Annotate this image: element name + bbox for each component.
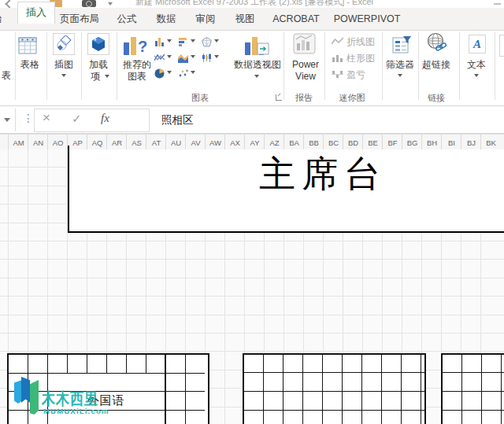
- column-header-AR[interactable]: AR: [107, 135, 127, 150]
- recommended-charts-icon[interactable]: ?: [123, 35, 150, 56]
- formula-bar: ⋮ × ✓ fx 照相区: [0, 107, 504, 134]
- addin-cube-icon: [90, 35, 107, 53]
- minimize-icon[interactable]: [494, 3, 501, 5]
- quick-access-badge-icon[interactable]: [82, 0, 96, 7]
- sparkline-column-label[interactable]: 柱形图: [346, 53, 378, 64]
- hyperlink-label[interactable]: 超链接: [419, 60, 454, 70]
- insert-function-icon[interactable]: fx: [101, 112, 109, 125]
- tab-acrobat[interactable]: ACROBAT: [268, 8, 324, 30]
- chevron-down-icon[interactable]: [61, 74, 66, 77]
- tab-view[interactable]: 视图: [226, 8, 264, 30]
- column-header-AN[interactable]: AN: [28, 135, 48, 150]
- insert-scatter-chart-button[interactable]: [178, 68, 188, 82]
- power-view-icon[interactable]: [293, 33, 317, 55]
- column-header-BH[interactable]: BH: [422, 135, 442, 150]
- column-header-BD[interactable]: BD: [343, 135, 363, 150]
- tab-insert-active[interactable]: 插入: [17, 2, 55, 24]
- column-header-BA[interactable]: BA: [284, 135, 304, 150]
- power-view-label-line1[interactable]: Power: [291, 60, 320, 70]
- power-view-label-line2[interactable]: View: [291, 72, 320, 82]
- chevron-down-icon: [191, 55, 195, 58]
- table-button[interactable]: 表格: [13, 60, 47, 70]
- pivot-table-button-partial[interactable]: 表: [0, 71, 13, 81]
- table-row: [9, 355, 205, 373]
- recommended-charts-label-line1[interactable]: 推荐的: [120, 60, 154, 70]
- insert-stock-chart-button[interactable]: [202, 52, 212, 66]
- tab-review[interactable]: 审阅: [187, 8, 224, 30]
- worksheet-grid[interactable]: 主席台 外国语 木木西里 MUMUXiLi.com: [0, 149, 504, 424]
- seating-table-middle[interactable]: [243, 353, 426, 424]
- chevron-down-icon[interactable]: [105, 75, 109, 78]
- formula-input[interactable]: 照相区: [161, 113, 194, 127]
- addins-button[interactable]: [87, 33, 109, 55]
- back-arrow-icon[interactable]: [5, 0, 13, 8]
- sparkline-winloss-icon[interactable]: [332, 70, 343, 79]
- insert-bar-chart-button[interactable]: [178, 36, 188, 50]
- stock-chart-icon: [202, 53, 212, 63]
- column-header-AM[interactable]: AM: [9, 135, 28, 150]
- logo-ribbon-icon: [30, 380, 39, 415]
- excel-window: 新建 Microsoft Excel 97-2003 工作表 (2).xls […: [0, 0, 504, 424]
- divider: [15, 109, 16, 131]
- sparkline-column-icon[interactable]: [332, 53, 343, 62]
- table-icon[interactable]: [17, 35, 38, 56]
- insert-column-chart-button[interactable]: [154, 36, 165, 50]
- illustrations-button[interactable]: [53, 33, 75, 55]
- group-divider: [324, 32, 325, 100]
- slicer-icon[interactable]: [391, 35, 412, 55]
- quick-access-dropdown-icon[interactable]: [108, 2, 113, 6]
- column-header-AQ[interactable]: AQ: [87, 135, 107, 150]
- insert-pie-chart-button[interactable]: [154, 68, 165, 82]
- tab-powerpivot[interactable]: POWERPIVOT: [327, 8, 407, 30]
- sparkline-line-icon[interactable]: [332, 37, 343, 46]
- chevron-down-icon: [167, 71, 172, 74]
- seating-table-right[interactable]: [441, 353, 504, 424]
- text-button[interactable]: A: [469, 35, 486, 53]
- pivotchart-label[interactable]: 数据透视图: [230, 60, 285, 70]
- chevron-down-icon[interactable]: [254, 75, 259, 78]
- column-header-AT[interactable]: AT: [146, 135, 166, 150]
- chevron-down-icon: [167, 39, 172, 42]
- column-header-AV[interactable]: AV: [186, 135, 206, 150]
- column-header-AW[interactable]: AW: [206, 135, 225, 150]
- column-header-BC[interactable]: BC: [324, 135, 343, 150]
- insert-radar-chart-button[interactable]: [202, 36, 212, 50]
- column-header-BK[interactable]: BK: [481, 135, 501, 150]
- column-header-AY[interactable]: AY: [245, 135, 265, 150]
- column-header-BF[interactable]: BF: [383, 135, 402, 150]
- column-header-BE[interactable]: BE: [363, 135, 383, 150]
- slicer-label[interactable]: 筛选器: [383, 60, 417, 70]
- chevron-down-icon[interactable]: [398, 74, 402, 77]
- dialog-launcher-icon[interactable]: [276, 94, 282, 101]
- tab-page-layout[interactable]: 页面布局: [59, 8, 100, 30]
- tab-data[interactable]: 数据: [147, 8, 185, 30]
- column-header-BI[interactable]: BI: [442, 135, 461, 150]
- text-label[interactable]: 文本: [459, 60, 494, 70]
- column-header-AP[interactable]: AP: [68, 135, 87, 150]
- recommended-charts-label-line2[interactable]: 图表: [120, 72, 154, 82]
- column-header-AZ[interactable]: AZ: [265, 135, 284, 150]
- illustrations-label[interactable]: 插图: [46, 60, 81, 70]
- name-box-dropdown-icon[interactable]: [4, 118, 10, 122]
- sparkline-line-label[interactable]: 折线图: [346, 37, 378, 47]
- column-header-BB[interactable]: BB: [304, 135, 324, 150]
- chevron-down-icon[interactable]: [474, 74, 479, 77]
- tab-home-partial[interactable]: 开始: [0, 8, 8, 30]
- insert-area-chart-button[interactable]: [178, 52, 188, 66]
- resize-dots-icon[interactable]: ⋮: [23, 112, 34, 124]
- column-header-AO[interactable]: AO: [48, 135, 68, 150]
- enter-icon[interactable]: ✓: [72, 112, 82, 126]
- column-header-AU[interactable]: AU: [166, 135, 186, 150]
- tab-formulas[interactable]: 公式: [108, 8, 146, 30]
- chevron-down-icon: [167, 55, 172, 58]
- pivotchart-icon[interactable]: [244, 34, 269, 56]
- column-header-AX[interactable]: AX: [225, 135, 245, 150]
- column-header-BG[interactable]: BG: [402, 135, 422, 150]
- column-header-BJ[interactable]: BJ: [461, 135, 481, 150]
- hyperlink-globe-icon[interactable]: [426, 32, 447, 53]
- insert-line-chart-button[interactable]: [154, 52, 165, 66]
- sparkline-winloss-label[interactable]: 盈亏: [346, 70, 378, 80]
- column-header-AS[interactable]: AS: [127, 135, 146, 150]
- addins-label-line1[interactable]: 加载: [81, 60, 116, 70]
- cancel-icon[interactable]: ×: [43, 110, 50, 126]
